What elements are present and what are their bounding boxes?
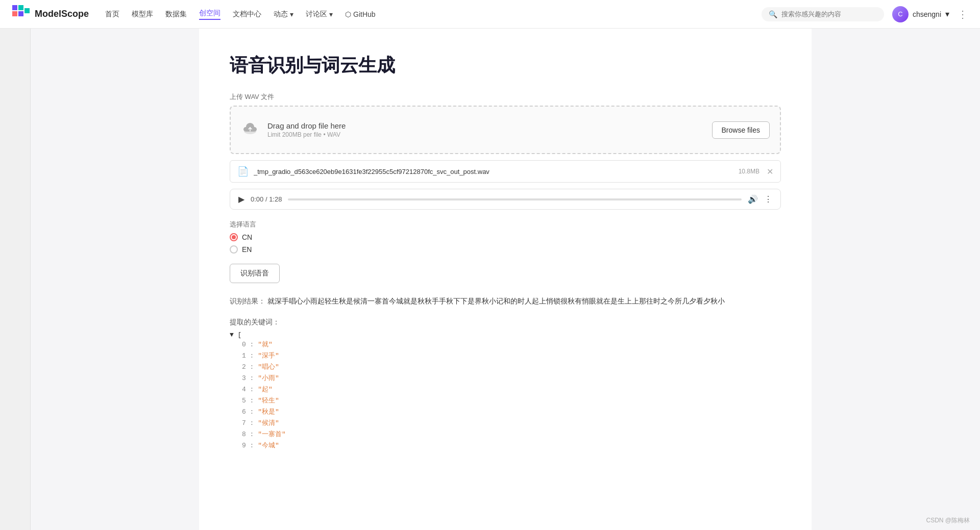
keyword-index: 5 : [242,397,258,405]
svg-rect-4 [24,8,30,13]
radio-cn[interactable]: CN [230,233,781,241]
keyword-index: 8 : [242,431,258,438]
browse-files-button[interactable]: Browse files [712,121,770,139]
list-item: 2 : "唱心" [230,361,781,372]
search-box[interactable]: 🔍 [762,7,884,21]
keyword-value: "小雨" [258,374,279,382]
keyword-value: "唱心" [258,363,279,371]
upload-area[interactable]: Drag and drop file here Limit 200MB per … [230,106,781,154]
keyword-value: "秋是" [258,408,279,416]
radio-cn-label: CN [242,233,252,241]
layout: 语音识别与词云生成 上传 WAV 文件 Drag and drop file h… [0,29,980,530]
list-item: 3 : "小雨" [230,372,781,384]
nav-datasets[interactable]: 数据集 [165,10,187,19]
list-item: 6 : "秋是" [230,406,781,417]
upload-limit-text: Limit 200MB per file • WAV [267,131,346,138]
keyword-index: 9 : [242,442,258,449]
svg-rect-1 [18,5,23,10]
keyword-value: "轻生" [258,397,279,405]
radio-cn-circle [230,233,238,241]
sidebar [0,29,31,530]
keywords-label: 提取的关键词： [230,318,781,327]
navbar: ModelScope 首页 模型库 数据集 创空间 文档中心 动态 ▾ 讨论区 … [0,0,980,29]
user-dropdown-icon: ▾ [945,9,949,19]
svg-rect-2 [12,11,17,16]
cloud-upload-icon [241,119,259,141]
json-open-bracket: [ [238,331,242,339]
list-item: 9 : "今城" [230,440,781,451]
result-section: 识别结果： 就深手唱心小雨起轻生秋是候清一寨首今城就是秋秋手手秋下下是界秋小记和… [230,295,781,308]
json-toggle[interactable]: ▼ [230,331,238,339]
logo[interactable]: ModelScope [12,5,89,23]
search-icon: 🔍 [769,10,777,18]
language-label: 选择语言 [230,220,781,229]
nav-links: 首页 模型库 数据集 创空间 文档中心 动态 ▾ 讨论区 ▾ ⬡GitHub [105,9,376,20]
json-tree: ▼ [ 0 : "就"1 : "深手"2 : "唱心"3 : "小雨"4 : "… [230,331,781,451]
audio-progress-bar[interactable] [288,198,742,200]
keyword-index: 2 : [242,363,258,371]
list-item: 1 : "深手" [230,350,781,361]
result-label: 识别结果： [230,297,265,305]
footer-watermark: CSDN @陈梅林 [926,516,970,525]
list-item: 7 : "候清" [230,417,781,428]
username: chsengni [913,10,941,18]
audio-more-options-icon[interactable]: ⋮ [764,194,772,204]
keyword-value: "候清" [258,419,279,427]
keyword-value: "一寨首" [258,431,286,438]
nav-dynamics-dropdown[interactable]: 动态 ▾ [274,10,293,19]
keywords-section: 提取的关键词： ▼ [ 0 : "就"1 : "深手"2 : "唱心"3 : "… [230,318,781,451]
keyword-value: "深手" [258,352,279,360]
volume-icon[interactable]: 🔊 [748,194,758,204]
language-radio-group: CN EN [230,233,781,254]
keywords-list: 0 : "就"1 : "深手"2 : "唱心"3 : "小雨"4 : "起"5 … [230,339,781,451]
nav-home[interactable]: 首页 [105,10,119,19]
language-section: 选择语言 CN EN [230,220,781,254]
avatar: C [892,6,909,22]
upload-section-label: 上传 WAV 文件 [230,92,781,102]
file-name: _tmp_gradio_d563ce620eb9e1631fe3f22955c5… [254,168,729,175]
radio-en-circle [230,245,238,254]
nav-creative-space[interactable]: 创空间 [199,9,220,20]
play-button[interactable]: ▶ [238,194,244,204]
brand-name: ModelScope [35,9,89,19]
user-area[interactable]: C chsengni ▾ [892,6,949,22]
keyword-index: 1 : [242,352,258,360]
keyword-index: 4 : [242,386,258,393]
keyword-value: "起" [258,386,273,393]
search-input[interactable] [781,10,877,18]
radio-en[interactable]: EN [230,245,781,254]
drag-drop-text: Drag and drop file here [267,121,346,130]
audio-time: 0:00 / 1:28 [251,195,282,203]
more-dots-btn[interactable]: ⋮ [958,8,968,20]
list-item: 8 : "一寨首" [230,428,781,440]
keyword-value: "就" [258,341,273,348]
nav-models[interactable]: 模型库 [132,10,153,19]
keyword-index: 3 : [242,374,258,382]
nav-github[interactable]: ⬡GitHub [345,10,376,18]
result-text: 就深手唱心小雨起轻生秋是候清一寨首今城就是秋秋手手秋下下是界秋小记和的时人起上悄… [267,297,725,305]
keyword-index: 0 : [242,341,258,348]
radio-en-label: EN [242,245,252,254]
nav-docs[interactable]: 文档中心 [233,10,261,19]
radio-cn-dot [232,235,236,239]
svg-rect-0 [12,5,17,10]
keyword-index: 7 : [242,419,258,427]
page-title: 语音识别与词云生成 [230,53,781,78]
svg-rect-3 [18,11,23,16]
identify-speech-button[interactable]: 识别语音 [230,264,280,283]
keyword-index: 6 : [242,408,258,416]
navbar-right: 🔍 C chsengni ▾ ⋮ [762,6,968,22]
keyword-value: "今城" [258,442,279,449]
file-close-button[interactable]: ✕ [767,167,773,176]
file-row: 📄 _tmp_gradio_d563ce620eb9e1631fe3f22955… [230,160,781,183]
file-icon: 📄 [237,166,249,177]
list-item: 4 : "起" [230,384,781,395]
file-size: 10.8MB [739,168,760,175]
nav-forum-dropdown[interactable]: 讨论区 ▾ [306,10,333,19]
logo-icon [12,5,31,23]
list-item: 0 : "就" [230,339,781,350]
main-content: 语音识别与词云生成 上传 WAV 文件 Drag and drop file h… [199,29,812,530]
list-item: 5 : "轻生" [230,395,781,406]
upload-left: Drag and drop file here Limit 200MB per … [241,119,346,141]
audio-player: ▶ 0:00 / 1:28 🔊 ⋮ [230,189,781,210]
